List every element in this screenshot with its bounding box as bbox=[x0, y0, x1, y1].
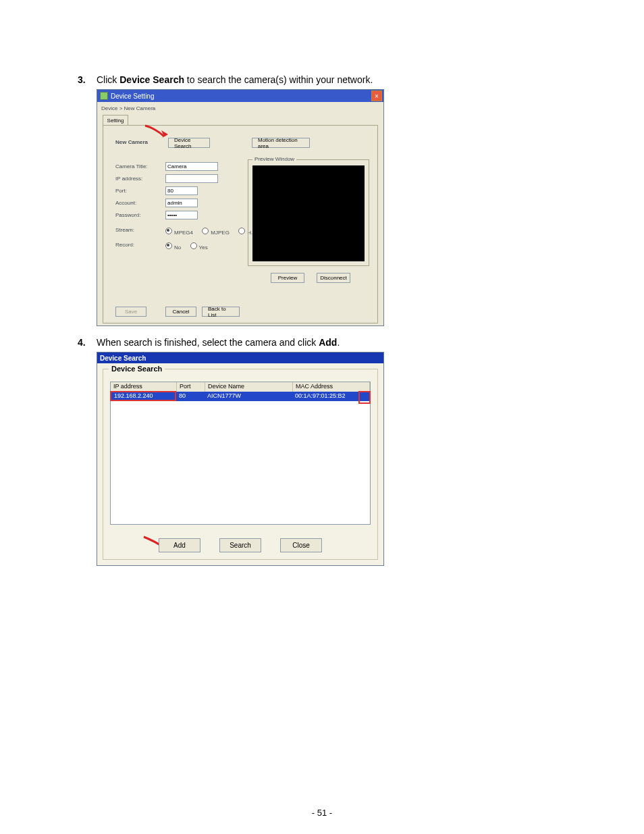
device-search-screenshot: Device Search Device Search IP address P… bbox=[97, 352, 384, 566]
breadcrumb: Device > New Camera bbox=[97, 102, 383, 115]
camera-title-input[interactable] bbox=[165, 162, 218, 171]
save-button[interactable]: Save bbox=[115, 307, 146, 317]
add-button[interactable]: Add bbox=[159, 538, 200, 552]
col-ip[interactable]: IP address bbox=[111, 382, 177, 392]
disconnect-button[interactable]: Disconnect bbox=[317, 273, 350, 283]
close-button[interactable]: Close bbox=[280, 538, 322, 552]
device-list[interactable]: IP address Port Device Name MAC Address … bbox=[110, 382, 371, 525]
stream-label: Stream: bbox=[115, 227, 134, 233]
account-label: Account: bbox=[115, 200, 136, 206]
tab-setting[interactable]: Setting bbox=[103, 115, 128, 125]
col-port[interactable]: Port bbox=[177, 382, 205, 392]
device-search-button[interactable]: Device Search bbox=[168, 138, 210, 148]
device-setting-screenshot: Device Setting × Device > New Camera Set… bbox=[97, 89, 384, 326]
col-mac[interactable]: MAC Address bbox=[293, 382, 370, 392]
list-header: IP address Port Device Name MAC Address bbox=[111, 382, 370, 392]
preview-area bbox=[252, 165, 365, 261]
new-camera-label: New Camera bbox=[115, 139, 148, 145]
radio-h264[interactable] bbox=[238, 228, 245, 234]
page-number: - 51 - bbox=[0, 808, 644, 818]
port-label: Port: bbox=[115, 188, 127, 194]
password-input[interactable] bbox=[165, 211, 198, 219]
radio-record-yes[interactable] bbox=[190, 242, 197, 249]
ip-input[interactable] bbox=[165, 174, 218, 183]
close-icon[interactable]: × bbox=[371, 90, 382, 101]
preview-window-group: Preview Window bbox=[248, 159, 369, 266]
annotation-rect bbox=[358, 391, 371, 404]
window-title: Device Setting bbox=[111, 93, 154, 100]
port-input[interactable] bbox=[165, 186, 198, 195]
app-icon bbox=[100, 92, 108, 100]
window-titlebar: Device Setting × bbox=[97, 90, 383, 102]
cell-name: AICN1777W bbox=[205, 392, 292, 401]
radio-record-no[interactable] bbox=[165, 242, 172, 249]
step-4: 4. When search is finished, select the c… bbox=[78, 337, 566, 348]
step-4-num: 4. bbox=[78, 337, 97, 348]
cancel-button[interactable]: Cancel bbox=[165, 307, 196, 317]
cell-port: 80 bbox=[176, 392, 205, 401]
back-to-list-button[interactable]: Back to List bbox=[202, 307, 240, 317]
col-name[interactable]: Device Name bbox=[205, 382, 293, 392]
preview-legend: Preview Window bbox=[252, 156, 296, 162]
motion-detection-button[interactable]: Motion detection area bbox=[252, 138, 310, 148]
account-input[interactable] bbox=[165, 199, 198, 207]
preview-button[interactable]: Preview bbox=[271, 273, 304, 283]
search-window-title: Device Search bbox=[100, 355, 146, 362]
step-3-num: 3. bbox=[78, 74, 97, 85]
password-label: Password: bbox=[115, 212, 140, 218]
step-3-text: Click Device Search to search the camera… bbox=[97, 74, 373, 85]
step-3: 3. Click Device Search to search the cam… bbox=[78, 74, 566, 85]
cell-ip: 192.168.2.240 bbox=[110, 391, 176, 401]
radio-mjpeg[interactable] bbox=[202, 228, 209, 234]
search-button-row: Add Search Close bbox=[103, 538, 377, 552]
camera-title-label: Camera Title: bbox=[115, 163, 148, 170]
record-radio-group: No Yes bbox=[165, 242, 215, 251]
ip-label: IP address: bbox=[115, 176, 142, 182]
search-button[interactable]: Search bbox=[219, 538, 261, 552]
step-4-text: When search is finished, select the came… bbox=[97, 337, 340, 348]
record-label: Record: bbox=[115, 242, 134, 248]
setting-panel: New Camera Device Search Motion detectio… bbox=[103, 125, 378, 323]
search-panel: Device Search IP address Port Device Nam… bbox=[103, 369, 378, 560]
list-row[interactable]: 192.168.2.240 80 AICN1777W 00:1A:97:01:2… bbox=[111, 392, 370, 401]
search-window-titlebar: Device Search bbox=[97, 353, 383, 363]
radio-mpeg4[interactable] bbox=[165, 228, 172, 234]
search-heading: Device Search bbox=[109, 365, 165, 373]
